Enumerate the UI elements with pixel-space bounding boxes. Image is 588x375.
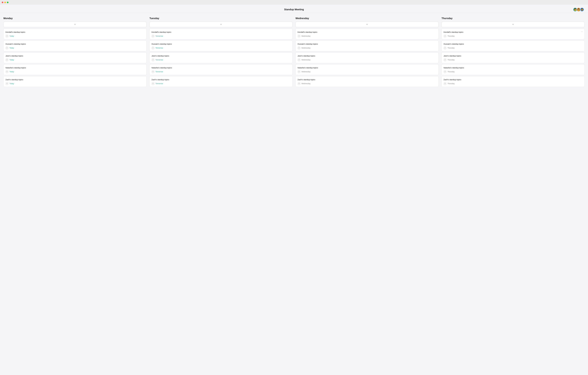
card-date: Wednesday: [302, 59, 311, 61]
card-title: Hussain's standup topics: [298, 43, 436, 45]
columns-grid: Monday + Kendall's standup topics Today: [3, 17, 585, 88]
card-kendall-wednesday[interactable]: Kendall's standup topics Wednesday: [295, 29, 439, 39]
card-title: Hussain's standup topics: [6, 43, 144, 45]
card-hussain-monday[interactable]: Hussain's standup topics Today: [3, 41, 147, 51]
person-icon: [152, 58, 155, 61]
card-meta: Thursday: [444, 34, 582, 38]
card-kendall-monday[interactable]: Kendall's standup topics Today: [3, 29, 147, 39]
card-meta: Today: [6, 46, 144, 49]
card-title: Natasha's standup topics: [152, 67, 290, 69]
person-icon: [298, 58, 301, 61]
card-meta: Wednesday: [298, 82, 436, 85]
card-hussain-tuesday[interactable]: Hussain's standup topics Tomorrow: [149, 41, 293, 51]
card-kendall-thursday[interactable]: Kendall's standup topics Thursday ···: [441, 29, 585, 39]
card-hussain-wednesday[interactable]: Hussain's standup topics Wednesday: [295, 41, 439, 51]
card-date: Tomorrow: [156, 71, 163, 73]
card-date: Tomorrow: [156, 59, 163, 61]
add-card-wednesday[interactable]: +: [295, 22, 439, 27]
person-icon: [444, 34, 447, 38]
person-icon: [6, 46, 9, 49]
person-icon: [6, 82, 9, 85]
card-title: Natasha's standup topics: [444, 67, 582, 69]
card-title: Hussain's standup topics: [444, 43, 582, 45]
card-date: Today: [10, 35, 14, 37]
card-meta: Wednesday: [298, 58, 436, 61]
card-date: Wednesday: [302, 83, 311, 85]
card-meta: Today: [6, 82, 144, 85]
column-thursday: Thursday + Kendall's standup topics Thur…: [441, 17, 585, 88]
card-meta: Wednesday: [298, 70, 436, 73]
card-date: Today: [10, 83, 14, 85]
card-natasha-wednesday[interactable]: Natasha's standup topics Wednesday: [295, 64, 439, 75]
card-meta: Tomorrow: [152, 70, 290, 73]
card-date: Thursday: [448, 83, 455, 85]
card-jane-thursday[interactable]: Jane's standup topics Thursday: [441, 53, 585, 63]
card-meta: Thursday: [444, 58, 582, 61]
board-content: Monday + Kendall's standup topics Today: [0, 13, 588, 92]
person-icon: [298, 46, 301, 49]
person-icon: [152, 82, 155, 85]
card-meta: Today: [6, 70, 144, 73]
card-jane-monday[interactable]: Jane's standup topics Today: [3, 53, 147, 63]
avatar-group: 🧑 👩 🧔: [573, 8, 584, 12]
card-meta: Wednesday: [298, 46, 436, 49]
card-kendall-tuesday[interactable]: Kendall's standup topics Tomorrow: [149, 29, 293, 39]
person-icon: [444, 58, 447, 61]
card-date: Tomorrow: [156, 35, 163, 37]
add-card-thursday[interactable]: +: [441, 22, 585, 27]
card-natasha-monday[interactable]: Natasha's standup topics Today: [3, 64, 147, 75]
card-date: Wednesday: [302, 35, 311, 37]
add-card-tuesday[interactable]: +: [149, 22, 293, 27]
card-natasha-tuesday[interactable]: Natasha's standup topics Tomorrow: [149, 64, 293, 75]
person-icon: [298, 82, 301, 85]
card-date: Today: [10, 71, 14, 73]
card-jane-tuesday[interactable]: Jane's standup topics Tomorrow: [149, 53, 293, 63]
card-title: Zach's standup topics: [444, 79, 582, 81]
card-zach-wednesday[interactable]: Zach's standup topics Wednesday: [295, 76, 439, 87]
card-meta: Thursday: [444, 70, 582, 73]
card-natasha-thursday[interactable]: Natasha's standup topics Thursday: [441, 64, 585, 75]
card-title: Kendall's standup topics: [444, 31, 582, 33]
avatar-3[interactable]: 🧔: [580, 8, 584, 12]
person-icon: [152, 34, 155, 38]
card-title: Hussain's standup topics: [152, 43, 290, 45]
card-date: Wednesday: [302, 71, 311, 73]
column-header-thursday: Thursday: [441, 17, 585, 20]
card-title: Jane's standup topics: [444, 55, 582, 57]
card-title: Jane's standup topics: [152, 55, 290, 57]
column-monday: Monday + Kendall's standup topics Today: [3, 17, 147, 88]
maximize-button[interactable]: [7, 2, 9, 3]
card-hussain-thursday[interactable]: Hussain's standup topics Thursday: [441, 41, 585, 51]
person-icon: [298, 70, 301, 73]
card-date: Thursday: [448, 59, 455, 61]
card-meta: Wednesday: [298, 34, 436, 38]
card-jane-wednesday[interactable]: Jane's standup topics Wednesday: [295, 53, 439, 63]
person-icon: [444, 46, 447, 49]
card-zach-tuesday[interactable]: Zach's standup topics Tomorrow: [149, 76, 293, 87]
person-icon: [444, 70, 447, 73]
person-icon: [152, 46, 155, 49]
card-meta: Today: [6, 34, 144, 38]
card-meta: Tomorrow: [152, 34, 290, 38]
card-menu-button[interactable]: ···: [581, 31, 583, 33]
card-zach-monday[interactable]: Zach's standup topics Today: [3, 76, 147, 87]
card-meta: Tomorrow: [152, 58, 290, 61]
minimize-button[interactable]: [4, 2, 6, 3]
person-icon: [6, 70, 9, 73]
add-card-monday[interactable]: +: [3, 22, 147, 27]
person-icon: [6, 58, 9, 61]
header: Standup Meeting 🧑 👩 🧔: [0, 5, 588, 13]
close-button[interactable]: [2, 2, 3, 3]
card-zach-thursday[interactable]: Zach's standup topics Thursday: [441, 76, 585, 87]
column-tuesday: Tuesday + Kendall's standup topics Tomor…: [149, 17, 293, 88]
column-header-wednesday: Wednesday: [295, 17, 439, 20]
card-title: Natasha's standup topics: [298, 67, 436, 69]
card-title: Kendall's standup topics: [298, 31, 436, 33]
card-meta: Today: [6, 58, 144, 61]
column-header-tuesday: Tuesday: [149, 17, 293, 20]
column-wednesday: Wednesday + Kendall's standup topics Wed…: [295, 17, 439, 88]
card-title: Zach's standup topics: [6, 79, 144, 81]
card-date: Tomorrow: [156, 83, 163, 85]
card-title: Kendall's standup topics: [152, 31, 290, 33]
card-date: Today: [10, 47, 14, 49]
